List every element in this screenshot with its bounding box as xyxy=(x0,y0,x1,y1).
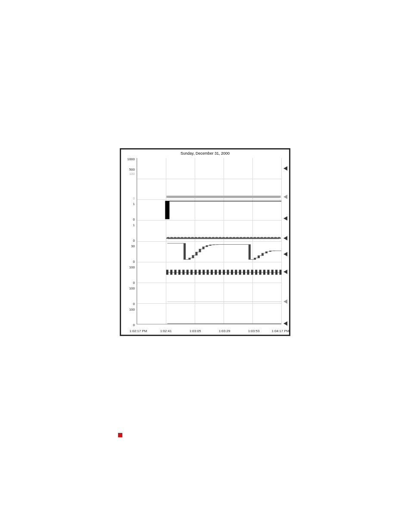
strip-chart: Sunday, December 31, 2000 xyxy=(120,148,290,336)
xlabel-3: 1:03:29 xyxy=(219,329,230,333)
marker-1[interactable] xyxy=(283,166,287,171)
ylabel-7-bot: 0 xyxy=(122,302,135,306)
strip-8-trace xyxy=(137,303,281,324)
ylabel-5-top: 30 xyxy=(122,244,135,248)
strip-7-trace xyxy=(137,283,281,303)
strip-3-trace xyxy=(137,199,281,220)
marker-2[interactable] xyxy=(283,195,287,199)
chart-title: Sunday, December 31, 2000 xyxy=(121,149,289,156)
ylabel-4-top: 1 xyxy=(122,223,135,227)
ylabel-6-top: 100 xyxy=(122,265,135,269)
marker-7[interactable] xyxy=(283,299,287,304)
marker-3[interactable] xyxy=(283,216,287,221)
ylabel-8-top: 100 xyxy=(122,308,135,311)
strip-6-trace xyxy=(137,262,281,283)
ylabel-2-top: 100 xyxy=(122,172,135,176)
ylabel-4-bot: 0 xyxy=(122,239,135,243)
strip-5-trace xyxy=(137,241,281,262)
marker-5[interactable] xyxy=(283,252,287,256)
xlabel-5: 1:04:17 PM xyxy=(272,329,290,333)
ylabel-5-bot: 0 xyxy=(122,260,135,264)
ylabel-2-bot: 0 xyxy=(122,196,135,200)
red-square-icon xyxy=(118,433,122,437)
xlabel-1: 1:02:41 xyxy=(160,329,172,333)
xlabel-4: 1:03:53 xyxy=(248,329,260,333)
xlabel-0: 1:02:17 PM xyxy=(130,329,147,333)
ylabel-3-top: 1 xyxy=(122,202,135,206)
strip-2-trace xyxy=(137,179,281,199)
marker-8[interactable] xyxy=(283,321,287,326)
ylabel-1-top: 1000 xyxy=(122,157,135,161)
marker-6[interactable] xyxy=(283,270,287,274)
strip-4-trace xyxy=(137,220,281,241)
ylabel-3-bot: 0 xyxy=(122,218,135,221)
xlabel-2: 1:03:05 xyxy=(190,329,201,333)
ylabel-1-bot: 500 xyxy=(122,168,135,171)
marker-4[interactable] xyxy=(283,236,287,240)
plot-area xyxy=(137,158,281,324)
ylabel-7-top: 100 xyxy=(122,286,135,290)
ylabel-8-bot: 0 xyxy=(122,323,135,327)
strip-1-trace xyxy=(137,158,281,179)
ylabel-6-bot: 0 xyxy=(122,281,135,285)
